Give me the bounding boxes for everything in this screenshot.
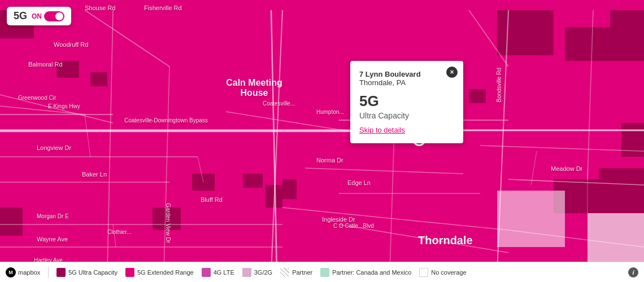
popup-close-button[interactable]: ×: [446, 67, 458, 78]
toggle-on-text: ON: [32, 12, 42, 20]
svg-rect-5: [243, 174, 263, 188]
toggle-track[interactable]: [44, 11, 64, 21]
mapbox-label: mapbox: [18, 269, 40, 276]
legend-item-partner-intl: Partner: Canada and Mexico: [320, 268, 411, 277]
legend-item-3g: 3G/2G: [242, 268, 272, 277]
info-popup: × 7 Lynn Boulevard Thorndale, PA 5G Ultr…: [350, 61, 463, 143]
svg-line-29: [480, 146, 644, 151]
legend-item-partner: Partner: [280, 268, 312, 277]
svg-line-41: [339, 224, 508, 253]
svg-line-36: [85, 10, 169, 67]
map-container: Caln MeetingHouse Thorndale Woodruff Rd …: [0, 0, 644, 282]
svg-rect-1: [56, 61, 79, 78]
svg-rect-10: [610, 10, 644, 61]
svg-line-31: [107, 10, 113, 272]
legend-swatch-extended: [125, 268, 134, 277]
5g-toggle-bar: 5G ON: [7, 7, 71, 25]
popup-coverage-type: 5G: [359, 92, 454, 110]
popup-address-line2: Thorndale, PA: [359, 78, 454, 87]
legend-swatch-4g: [202, 268, 211, 277]
legend-item-4g: 4G LTE: [202, 268, 234, 277]
svg-rect-15: [0, 208, 23, 236]
svg-rect-14: [469, 89, 486, 103]
svg-rect-16: [497, 191, 565, 247]
legend-item-extended: 5G Extended Range: [125, 268, 194, 277]
popup-coverage-subtype: Ultra Capacity: [359, 111, 454, 120]
svg-line-38: [226, 112, 350, 131]
svg-rect-2: [90, 72, 107, 86]
svg-rect-7: [282, 179, 297, 199]
svg-line-44: [271, 10, 277, 272]
legend-swatch-3g: [242, 268, 251, 277]
popup-skip-link[interactable]: Skip to details: [359, 126, 454, 134]
svg-line-39: [0, 106, 85, 114]
svg-line-26: [305, 168, 463, 174]
legend-label-partner-intl: Partner: Canada and Mexico: [332, 269, 411, 276]
mapbox-icon: M: [6, 267, 16, 277]
svg-line-25: [282, 208, 508, 230]
svg-rect-12: [599, 168, 644, 213]
legend-divider: [48, 267, 49, 278]
legend-label-ultra: 5G Ultra Capacity: [68, 269, 118, 276]
legend-item-no-coverage: No coverage: [419, 268, 466, 277]
legend-swatch-no-coverage: [419, 268, 428, 277]
legend-label-3g: 3G/2G: [254, 269, 272, 276]
svg-rect-3: [153, 208, 181, 230]
legend-bar: M mapbox 5G Ultra Capacity 5G Extended R…: [0, 262, 644, 282]
svg-line-33: [164, 67, 169, 272]
svg-line-37: [0, 95, 113, 123]
legend-swatch-partner: [280, 268, 289, 277]
svg-rect-8: [497, 10, 554, 55]
popup-address-line1: 7 Lynn Boulevard: [359, 70, 454, 78]
legend-item-ultra: 5G Ultra Capacity: [56, 268, 118, 277]
svg-rect-13: [621, 123, 644, 157]
svg-line-48: [531, 151, 537, 185]
toggle-label: 5G: [14, 10, 27, 22]
legend-label-partner: Partner: [292, 269, 312, 276]
svg-rect-9: [565, 27, 610, 61]
mapbox-logo: M mapbox: [6, 267, 40, 277]
legend-label-no-coverage: No coverage: [431, 269, 466, 276]
legend-label-4g: 4G LTE: [214, 269, 234, 276]
toggle-switch[interactable]: ON: [32, 11, 64, 21]
svg-line-30: [271, 10, 282, 272]
svg-line-45: [85, 114, 90, 157]
legend-label-extended: 5G Extended Range: [137, 269, 194, 276]
map-roads-svg: [0, 0, 644, 282]
toggle-thumb: [55, 12, 63, 20]
svg-line-47: [113, 224, 116, 247]
legend-info-icon[interactable]: i: [628, 267, 638, 277]
legend-swatch-partner-intl: [320, 268, 329, 277]
legend-swatch-ultra: [56, 268, 66, 277]
